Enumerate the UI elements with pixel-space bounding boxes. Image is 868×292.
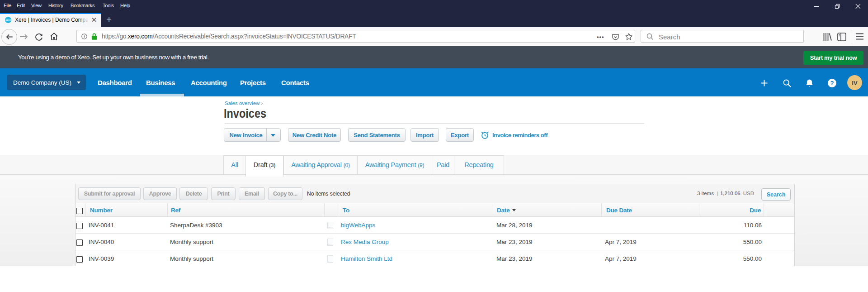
svg-text:IV: IV (852, 80, 858, 86)
svg-text:xero: xero (5, 19, 11, 21)
svg-text:?: ? (830, 80, 834, 86)
